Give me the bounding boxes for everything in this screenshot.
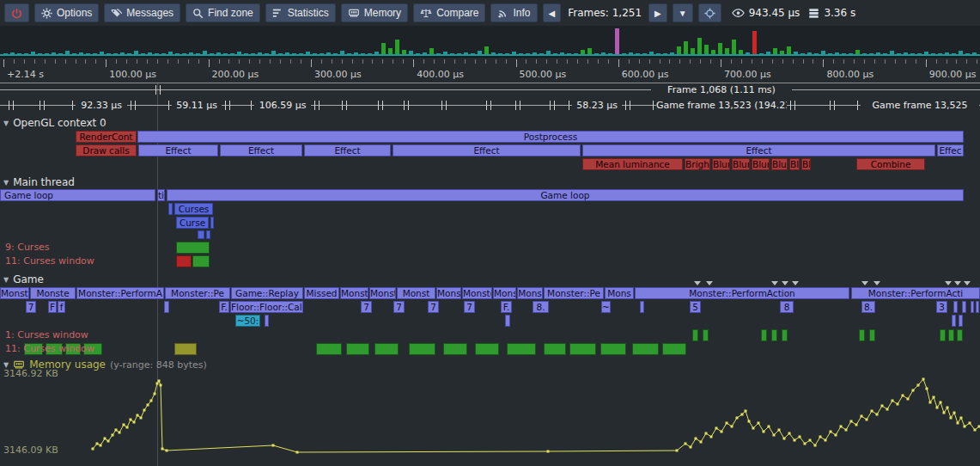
zone-bar[interactable]: Game::Replay bbox=[231, 287, 303, 299]
collapsed-zones-marker[interactable] bbox=[954, 281, 961, 285]
zone-bar[interactable]: Monst bbox=[436, 287, 461, 299]
frame-bar[interactable] bbox=[636, 53, 640, 55]
frame-bar[interactable] bbox=[189, 52, 193, 55]
frame-marker[interactable] bbox=[378, 101, 383, 110]
frame-bar[interactable] bbox=[897, 53, 901, 55]
frame-bar[interactable] bbox=[876, 52, 880, 55]
lock-bar[interactable] bbox=[316, 343, 342, 355]
zone-bar[interactable]: Monster::Pe bbox=[165, 287, 230, 299]
frame-bar[interactable] bbox=[478, 51, 482, 55]
zone-bar[interactable]: ~50: bbox=[235, 315, 260, 327]
frame-bar[interactable] bbox=[581, 50, 585, 55]
frame-overview[interactable] bbox=[0, 26, 980, 58]
frame-bar[interactable] bbox=[924, 52, 928, 55]
zone-bar[interactable]: F. bbox=[501, 301, 512, 313]
frame-bar[interactable] bbox=[959, 51, 963, 55]
frame-marker[interactable]: 59.11 μs bbox=[172, 100, 222, 111]
collapsed-zones-marker[interactable] bbox=[945, 281, 952, 285]
frame-marker[interactable] bbox=[441, 101, 447, 110]
power-button[interactable] bbox=[4, 3, 29, 22]
next-frame-button[interactable]: ▶ bbox=[648, 3, 667, 22]
frame-bar[interactable] bbox=[539, 53, 544, 55]
frame-bar[interactable] bbox=[746, 52, 750, 55]
frame-bar[interactable] bbox=[615, 28, 619, 55]
frame-bar[interactable] bbox=[93, 53, 97, 55]
zone-bar[interactable]: Effec bbox=[937, 144, 964, 156]
frame-marker[interactable] bbox=[486, 101, 491, 110]
frame-bar[interactable] bbox=[704, 45, 709, 55]
zone-bar[interactable]: Draw calls bbox=[76, 144, 137, 156]
frame-bar[interactable] bbox=[526, 53, 530, 55]
zone-bar[interactable] bbox=[210, 217, 214, 229]
frame-marker[interactable] bbox=[131, 101, 136, 110]
zone-bar[interactable]: Brigh bbox=[685, 158, 710, 170]
info-button[interactable]: Info bbox=[490, 3, 537, 22]
frame-bar[interactable] bbox=[711, 50, 715, 55]
collapsed-zones-marker[interactable] bbox=[861, 281, 868, 285]
frame-bar[interactable] bbox=[890, 51, 894, 55]
frame-marker[interactable] bbox=[314, 101, 320, 110]
zone-bar[interactable]: Mean luminance bbox=[582, 158, 683, 170]
collapsed-zones-marker[interactable] bbox=[964, 281, 971, 285]
zone-bar[interactable] bbox=[953, 301, 958, 313]
zone-bar[interactable] bbox=[952, 315, 956, 327]
lock-bar[interactable] bbox=[948, 329, 954, 341]
lock-bar[interactable] bbox=[859, 329, 865, 341]
collapsed-zones-marker[interactable] bbox=[771, 281, 778, 285]
frame-bar[interactable] bbox=[629, 52, 633, 55]
zone-bar[interactable]: 7 bbox=[428, 301, 439, 313]
frame-bar[interactable] bbox=[265, 53, 269, 55]
frame-bar[interactable] bbox=[594, 53, 599, 55]
zone-bar[interactable]: Effect bbox=[220, 144, 302, 156]
find-zone-button[interactable]: Find zone bbox=[186, 3, 260, 22]
zone-bar[interactable]: 7 bbox=[464, 301, 475, 313]
frame-bar[interactable] bbox=[175, 53, 180, 55]
frame-bar[interactable] bbox=[457, 53, 461, 55]
zone-bar[interactable]: Effect bbox=[138, 144, 218, 156]
frame-bar[interactable] bbox=[210, 53, 214, 55]
frame-bar[interactable] bbox=[684, 41, 688, 55]
frame-bar[interactable] bbox=[450, 53, 454, 55]
frame-bar[interactable] bbox=[718, 43, 722, 55]
zone-bar[interactable]: Blur bbox=[712, 158, 730, 170]
frame-bar[interactable] bbox=[574, 53, 578, 55]
frame-bar[interactable] bbox=[512, 52, 516, 55]
zone-bar[interactable] bbox=[976, 301, 979, 313]
frame-bar[interactable] bbox=[65, 51, 70, 55]
section-main-thread-header[interactable]: ▼ Main thread bbox=[3, 176, 75, 188]
zone-bar[interactable] bbox=[164, 301, 169, 313]
frame-bar[interactable] bbox=[862, 53, 867, 55]
zone-bar[interactable]: Monster::PerformAction bbox=[635, 287, 849, 299]
zone-bar[interactable] bbox=[959, 315, 963, 327]
lock-bar[interactable] bbox=[176, 242, 210, 254]
lock-bar[interactable] bbox=[782, 329, 788, 341]
collapsed-zones-marker[interactable] bbox=[706, 281, 713, 285]
frame-bar[interactable] bbox=[642, 53, 647, 55]
collapse-all-button[interactable]: ▼ bbox=[673, 3, 693, 22]
zone-bar[interactable]: Floor::Floor::Calc bbox=[230, 301, 303, 313]
frame-bar[interactable] bbox=[656, 53, 660, 55]
zone-bar[interactable]: 7 bbox=[361, 301, 372, 313]
zone-bar[interactable]: Monste bbox=[30, 287, 76, 299]
lock-bar[interactable] bbox=[632, 343, 659, 355]
frame-bar[interactable] bbox=[773, 48, 777, 55]
zone-bar[interactable]: 8. bbox=[861, 301, 875, 313]
frame-bar[interactable] bbox=[17, 53, 21, 55]
frame-bar[interactable] bbox=[72, 53, 76, 55]
zone-bar[interactable]: 5 bbox=[690, 301, 701, 313]
collapsed-zones-marker[interactable] bbox=[873, 281, 880, 285]
zone-bar[interactable] bbox=[168, 203, 173, 215]
section-opengl-header[interactable]: ▼ OpenGL context 0 bbox=[3, 117, 107, 129]
frame-bar[interactable] bbox=[237, 52, 241, 55]
frame-bar[interactable] bbox=[567, 53, 571, 55]
options-button[interactable]: Options bbox=[34, 3, 99, 22]
frame-bar[interactable] bbox=[79, 52, 83, 55]
frame-bar[interactable] bbox=[938, 53, 942, 55]
zone-bar[interactable]: f bbox=[58, 301, 65, 313]
frame-bar[interactable] bbox=[223, 53, 228, 55]
frame-bar[interactable] bbox=[374, 52, 379, 55]
frame-bar[interactable] bbox=[155, 53, 159, 55]
zone-bar[interactable]: Blur bbox=[801, 158, 811, 170]
frame-bar[interactable] bbox=[299, 53, 303, 55]
zone-bar[interactable]: Curses bbox=[174, 203, 213, 215]
